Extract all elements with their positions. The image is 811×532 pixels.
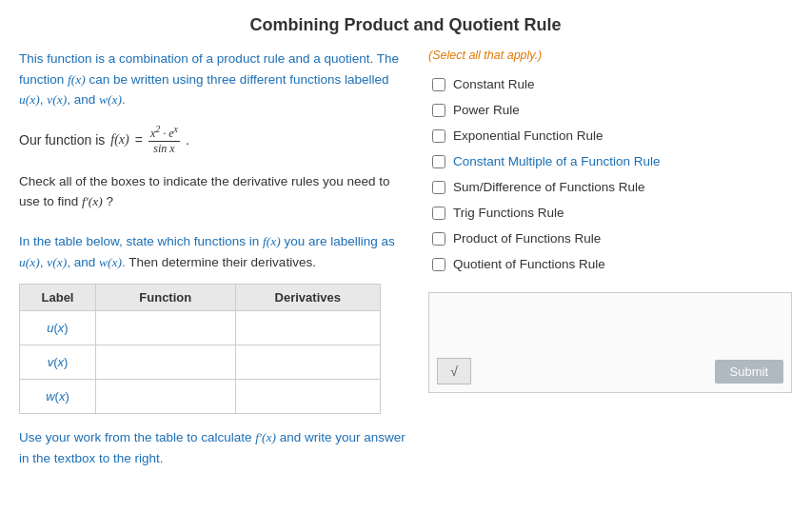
table-row: u(x) [20,311,381,345]
checkbox-input-quotient-rule[interactable] [432,258,445,271]
checkbox-power-rule[interactable]: Power Rule [428,97,792,123]
checkbox-label-power-rule: Power Rule [453,103,520,117]
fraction-denominator: sin x [151,142,176,156]
col-header-derivatives: Derivatives [235,285,380,311]
answer-bottom: √ Submit [437,358,783,384]
check-button[interactable]: √ [437,358,471,384]
checkbox-label-constant-rule: Constant Rule [453,77,535,91]
table-instruction: In the table below, state which function… [19,231,409,272]
checkbox-input-trig-rule[interactable] [432,207,445,220]
derivative-input-wx[interactable] [247,389,368,404]
checkbox-input-sum-difference-rule[interactable] [432,181,445,194]
row-label-vx: v(x) [20,345,96,380]
check-instruction: Check all of the boxes to indicate the d… [19,171,409,212]
function-line: Our function is f(x) = x2 · ex sin x . [19,124,409,156]
answer-area: √ Submit [428,292,792,393]
row-function-wx[interactable] [96,380,236,414]
row-label-wx: w(x) [20,380,96,414]
intro-text: This function is a combination of a prod… [19,49,409,110]
bottom-text: Use your work from the table to calculat… [19,427,409,468]
checkbox-label-product-rule: Product of Functions Rule [453,231,601,246]
checkbox-input-constant-multiple-rule[interactable] [432,155,445,168]
checkbox-label-quotient-rule: Quotient of Functions Rule [453,257,605,271]
row-function-ux[interactable] [96,311,236,345]
checkbox-label-constant-multiple-rule: Constant Multiple of a Function Rule [453,154,661,168]
submit-button[interactable]: Submit [715,360,783,384]
row-derivative-wx[interactable] [235,380,380,414]
checkbox-label-sum-difference-rule: Sum/Difference of Functions Rule [453,180,645,194]
col-header-function: Function [96,285,236,311]
checkbox-constant-multiple-rule[interactable]: Constant Multiple of a Function Rule [428,148,792,174]
function-input-wx[interactable] [108,389,224,404]
checkbox-label-exponential-rule: Exponential Function Rule [453,128,603,143]
page-title: Combining Product and Quotient Rule [19,15,792,35]
row-label-ux: u(x) [20,311,96,345]
checkbox-input-product-rule[interactable] [432,232,445,246]
derivative-input-ux[interactable] [247,321,368,335]
checkbox-input-power-rule[interactable] [432,104,445,117]
table-row: w(x) [20,380,381,414]
derivative-input-vx[interactable] [247,355,368,369]
row-function-vx[interactable] [96,345,236,380]
main-layout: This function is a combination of a prod… [19,49,792,468]
function-input-vx[interactable] [108,355,224,369]
checkbox-constant-rule[interactable]: Constant Rule [428,71,792,97]
functions-table: Label Function Derivatives u(x) v(x) [19,284,381,414]
right-panel: (Select all that apply.) Constant Rule P… [428,49,792,468]
select-all-label: (Select all that apply.) [428,49,792,62]
checkbox-quotient-rule[interactable]: Quotient of Functions Rule [428,251,792,277]
checkbox-sum-difference-rule[interactable]: Sum/Difference of Functions Rule [428,174,792,200]
function-fraction: x2 · ex sin x [148,124,180,156]
checkbox-label-trig-rule: Trig Functions Rule [453,206,564,220]
checkbox-exponential-rule[interactable]: Exponential Function Rule [428,123,792,148]
answer-textarea[interactable] [437,301,783,358]
checkbox-input-exponential-rule[interactable] [432,129,445,143]
left-panel: This function is a combination of a prod… [19,49,409,468]
checkbox-product-rule[interactable]: Product of Functions Rule [428,226,792,251]
page-container: Combining Product and Quotient Rule This… [0,0,811,483]
checkbox-input-constant-rule[interactable] [432,78,445,91]
checkbox-trig-rule[interactable]: Trig Functions Rule [428,200,792,226]
function-input-ux[interactable] [108,321,224,335]
checkbox-list: Constant Rule Power Rule Exponential Fun… [428,71,792,277]
row-derivative-ux[interactable] [235,311,380,345]
fraction-numerator: x2 · ex [148,124,180,142]
col-header-label: Label [20,285,96,311]
table-row: v(x) [20,345,381,380]
row-derivative-vx[interactable] [235,345,380,380]
